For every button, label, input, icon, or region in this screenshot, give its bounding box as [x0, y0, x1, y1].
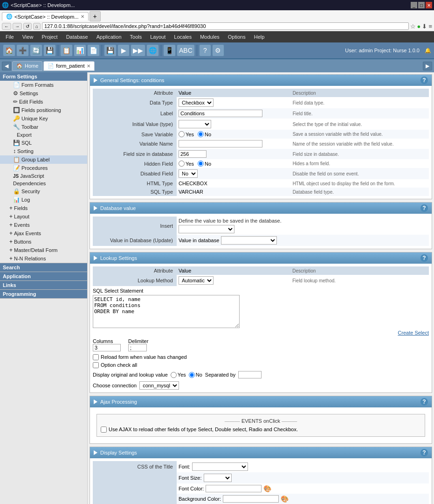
sidebar-item-export[interactable]: Export [0, 131, 87, 139]
new-tab-button[interactable]: + [90, 11, 101, 21]
lookup-settings-help-btn[interactable]: ? [420, 254, 428, 262]
hidden-yes-label[interactable]: Yes [179, 161, 194, 167]
sidebar-item-group-label[interactable]: 📋 Group Label [0, 155, 87, 164]
close-button[interactable]: ✕ [426, 2, 432, 8]
value-in-db-select[interactable] [221, 236, 277, 245]
sidebar-item-master-detail[interactable]: + Master/Detail Form [0, 246, 87, 254]
sidebar-item-layout[interactable]: + Layout [0, 212, 87, 221]
sidebar-section-title-form-settings[interactable]: Form Settings [0, 72, 87, 81]
menu-help[interactable]: Help [250, 33, 269, 41]
tab-next-btn[interactable]: ▶ [423, 62, 432, 70]
toolbar-list-btn[interactable]: 📋 [60, 44, 73, 56]
lookup-settings-header[interactable]: Lookup Settings ? [90, 252, 432, 264]
toolbar-home-btn[interactable]: 🏠 [3, 44, 15, 56]
browser-tab-close[interactable]: ✕ [81, 14, 84, 19]
sidebar-item-procedures[interactable]: 📝 Procedures [0, 164, 87, 172]
general-settings-header[interactable]: General Settings: conditions ? [90, 75, 432, 86]
initial-value-select[interactable] [179, 120, 211, 128]
label-input[interactable] [179, 110, 262, 117]
sidebar-item-nn-relations[interactable]: + N-N Relations [0, 254, 87, 263]
toolbar-settings-btn[interactable]: ⚙ [212, 44, 224, 56]
menu-layout[interactable]: Layout [146, 33, 169, 41]
toolbar-help-btn[interactable]: ? [199, 44, 211, 56]
tab-home[interactable]: 🏠 Home [12, 61, 42, 71]
sidebar-section-title-application[interactable]: Application [0, 272, 87, 280]
minimize-button[interactable]: _ [411, 2, 417, 8]
toolbar-save-btn[interactable]: 💾 [43, 44, 56, 56]
notification-bell[interactable]: 🔔 [425, 48, 431, 53]
menu-view[interactable]: View [19, 33, 37, 41]
hidden-no-label[interactable]: No [198, 161, 211, 167]
save-var-yes-label[interactable]: Yes [179, 131, 194, 137]
display-yes-radio[interactable] [171, 372, 177, 378]
menu-database[interactable]: Database [62, 33, 92, 41]
sidebar-section-title-programming[interactable]: Programming [0, 290, 87, 298]
sql-statement-textarea[interactable]: SELECT id, name FROM conditions ORDER BY… [93, 295, 240, 328]
menu-tools[interactable]: Tools [126, 33, 146, 41]
font-size-select[interactable] [204, 474, 232, 482]
toolbar-add-btn[interactable]: ➕ [16, 44, 29, 56]
field-size-input[interactable] [179, 150, 207, 158]
sidebar-item-edit-fields[interactable]: ✏ Edit Fields [0, 98, 87, 106]
sidebar-item-sorting[interactable]: ↕ Sorting [0, 147, 87, 155]
display-no-radio[interactable] [189, 372, 195, 378]
variable-name-input[interactable] [179, 140, 262, 147]
browser-tab-active[interactable]: 🌐 <ScriptCase> :: Developm... ✕ [2, 12, 89, 21]
menu-options[interactable]: Options [224, 33, 249, 41]
save-var-yes-radio[interactable] [179, 131, 185, 137]
disabled-field-select[interactable]: No [179, 169, 198, 178]
database-value-help-btn[interactable]: ? [420, 204, 428, 212]
option-check-all-label[interactable]: Option check all [93, 362, 429, 368]
sidebar-item-security[interactable]: 🔒 Security [0, 187, 87, 196]
sidebar-item-form-formats[interactable]: 📄 Form Formats [0, 81, 87, 89]
toolbar-run-btn[interactable]: ▶ [117, 44, 130, 56]
toolbar-grid-btn[interactable]: 📊 [74, 44, 86, 56]
sidebar-item-ajax-events[interactable]: + Ajax Events [0, 229, 87, 238]
display-no-label[interactable]: No [189, 372, 202, 378]
font-color-picker-btn[interactable]: 🎨 [263, 485, 271, 492]
toolbar-web-btn[interactable]: 🌐 [146, 44, 159, 56]
toolbar-edit-btn[interactable]: 🔄 [30, 44, 42, 56]
toolbar-save2-btn[interactable]: 💾 [104, 44, 117, 56]
display-settings-help-btn[interactable]: ? [420, 449, 428, 456]
hidden-no-radio[interactable] [198, 161, 204, 167]
font-color-input[interactable] [206, 485, 262, 492]
sidebar-item-javascript[interactable]: JS JavaScript [0, 172, 87, 180]
general-settings-help-btn[interactable]: ? [420, 77, 428, 84]
display-yes-label[interactable]: Yes [171, 372, 186, 378]
toolbar-code-btn[interactable]: ABC [177, 44, 195, 56]
sidebar-item-dependencies[interactable]: Dependencies [0, 180, 87, 187]
sidebar-section-title-links[interactable]: Links [0, 281, 87, 289]
menu-file[interactable]: File [2, 33, 18, 41]
lookup-method-select[interactable]: Automatic [179, 276, 214, 285]
browser-menu-button[interactable]: ≡ [428, 23, 432, 30]
title-bar-controls[interactable]: _ □ ✕ [411, 2, 432, 8]
sidebar-item-sql[interactable]: 💾 SQL [0, 139, 87, 147]
sidebar-section-title-search[interactable]: Search [0, 263, 87, 272]
toolbar-mobile-btn[interactable]: 📱 [163, 44, 176, 56]
insert-select[interactable] [179, 225, 234, 233]
sidebar-item-settings[interactable]: ⚙ Settings [0, 89, 87, 98]
maximize-button[interactable]: □ [418, 2, 425, 8]
delimiter-input[interactable] [128, 344, 147, 351]
download-button[interactable]: ⬇ [422, 23, 427, 30]
ajax-reload-label[interactable]: Use AJAX to reload other fields of type … [101, 427, 421, 433]
hidden-yes-radio[interactable] [179, 161, 185, 167]
font-select[interactable] [192, 462, 248, 471]
menu-project[interactable]: Project [38, 33, 61, 41]
ajax-reload-checkbox[interactable] [101, 427, 107, 433]
save-var-no-radio[interactable] [198, 131, 204, 137]
back-button[interactable]: ← [2, 23, 11, 30]
reload-form-checkbox[interactable] [93, 354, 99, 360]
database-value-header[interactable]: Database value ? [90, 203, 432, 214]
data-type-select[interactable]: Checkbox [179, 98, 214, 107]
create-select-btn[interactable]: Create Select [398, 330, 429, 336]
bookmark-star[interactable]: ☆ [410, 23, 416, 30]
home-button[interactable]: ⌂ [33, 23, 41, 30]
ajax-processing-header[interactable]: Ajax Processing ? [90, 396, 432, 407]
tab-close-btn[interactable]: ✕ [87, 63, 90, 69]
sidebar-item-buttons[interactable]: + Buttons [0, 238, 87, 246]
address-bar[interactable] [42, 22, 409, 30]
separated-by-input[interactable] [238, 371, 262, 378]
sidebar-item-events[interactable]: + Events [0, 221, 87, 229]
